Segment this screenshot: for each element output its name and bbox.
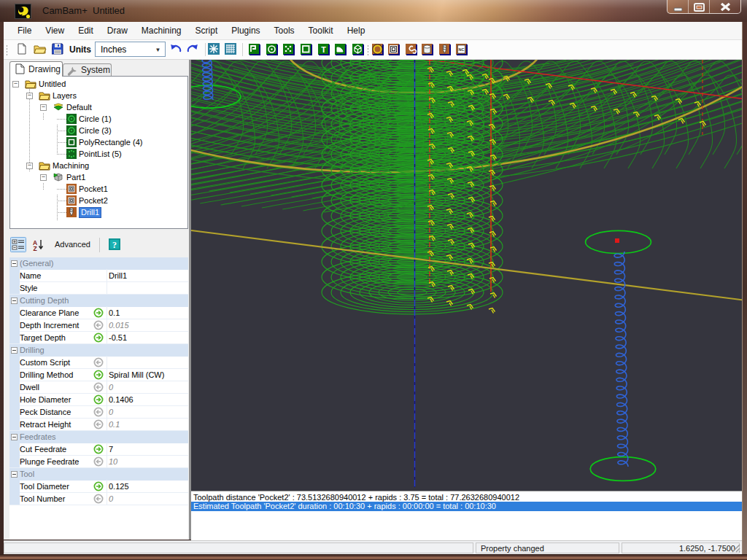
svg-text:Z: Z <box>33 245 36 252</box>
svg-text:?: ? <box>112 240 117 250</box>
svg-text:NC: NC <box>459 47 465 52</box>
svg-text:T: T <box>321 45 326 54</box>
